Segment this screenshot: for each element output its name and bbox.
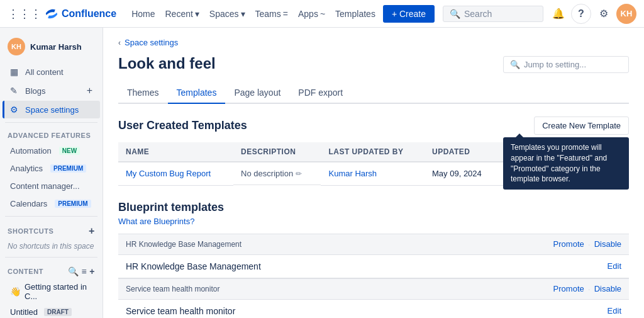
shortcuts-header: SHORTCUTS + bbox=[0, 220, 103, 239]
tab-pdf-export[interactable]: PDF export bbox=[289, 82, 352, 104]
add-blog-icon[interactable]: + bbox=[87, 85, 92, 96]
analytics-label: Analytics bbox=[10, 164, 43, 173]
search-icon: 🔍 bbox=[450, 9, 460, 19]
blueprint-header-name-1: Service team health monitor bbox=[126, 285, 219, 293]
create-button[interactable]: + Create bbox=[383, 5, 435, 23]
promote-link-1[interactable]: Promote bbox=[553, 284, 584, 293]
add-shortcut-button[interactable]: + bbox=[89, 225, 95, 237]
sidebar-item-calendars[interactable]: Calendars PREMIUM bbox=[3, 195, 100, 212]
grid-icon[interactable]: ⋮⋮⋮ bbox=[8, 7, 42, 21]
advanced-features-header: ADVANCED FEATURES bbox=[0, 127, 103, 142]
edit-blueprint-link-1[interactable]: Edit bbox=[608, 306, 621, 315]
top-nav: ⋮⋮⋮ Confluence Home Recent ▾ Spaces ▾ Te… bbox=[0, 0, 644, 28]
help-button[interactable]: ? bbox=[571, 4, 591, 24]
search-content-icon[interactable]: 🔍 bbox=[68, 266, 79, 276]
breadcrumb-arrow: ‹ bbox=[118, 38, 121, 47]
calendars-label: Calendars bbox=[10, 199, 47, 208]
nav-spaces[interactable]: Spaces ▾ bbox=[204, 0, 250, 28]
blueprint-header-1: Service team health monitor Promote · Di… bbox=[118, 278, 629, 300]
untitled-label: Untitled bbox=[10, 307, 38, 317]
confluence-logo-icon bbox=[45, 8, 58, 20]
draft-badge: DRAFT bbox=[44, 308, 72, 316]
blueprint-group-0: HR Knowledge Base Management Promote · D… bbox=[118, 234, 629, 278]
sidebar-item-all-content[interactable]: ▦ All content bbox=[3, 63, 100, 81]
blueprint-header-ops-1: Promote · Disable bbox=[553, 284, 621, 294]
blueprint-main-name-0: HR Knowledge Base Management bbox=[126, 261, 261, 271]
description-text: No description bbox=[241, 169, 293, 178]
user-avatar[interactable]: KH bbox=[616, 4, 636, 24]
promote-tooltip: Templates you promote will appear in the… bbox=[503, 137, 629, 190]
premium-badge-calendars: PREMIUM bbox=[55, 200, 91, 208]
jump-to-setting[interactable]: 🔍 Jump to setting... bbox=[503, 56, 629, 73]
tooltip-text: Templates you promote will appear in the… bbox=[511, 143, 607, 183]
title-row: 🔍 Jump to setting... Look and feel bbox=[118, 55, 629, 82]
add-content-icon[interactable]: + bbox=[89, 266, 95, 276]
no-shortcuts-text: No shortcuts in this space bbox=[0, 239, 103, 253]
all-content-icon: ▦ bbox=[10, 67, 20, 77]
col-name: Name bbox=[118, 142, 233, 162]
tree-item-getting-started[interactable]: 👋 Getting started in C... bbox=[0, 279, 103, 304]
blueprint-header-ops-0: Promote · Disable bbox=[553, 239, 621, 249]
nav-recent[interactable]: Recent ▾ bbox=[160, 0, 204, 28]
sidebar-space-settings-label: Space settings bbox=[25, 105, 79, 115]
blueprint-title: Blueprint templates bbox=[118, 201, 629, 214]
main-layout: KH Kumar Harsh ▦ All content ✎ Blogs + ⚙… bbox=[0, 28, 644, 318]
breadcrumb-label: Space settings bbox=[125, 38, 178, 47]
space-settings-icon: ⚙ bbox=[10, 105, 20, 115]
nav-teams[interactable]: Teams = bbox=[250, 0, 293, 28]
tab-page-layout[interactable]: Page layout bbox=[225, 82, 289, 104]
jump-search-placeholder: Jump to setting... bbox=[524, 60, 586, 69]
sidebar-avatar: KH bbox=[8, 38, 25, 55]
nav-icons: 🔔 ? ⚙ KH bbox=[548, 4, 636, 24]
disable-link-1[interactable]: Disable bbox=[594, 284, 621, 293]
sidebar-item-analytics[interactable]: Analytics PREMIUM bbox=[3, 160, 100, 177]
col-updated: Updated bbox=[425, 142, 499, 162]
template-name-link[interactable]: My Custom Bug Report bbox=[126, 169, 211, 178]
premium-badge-analytics: PREMIUM bbox=[50, 164, 86, 173]
sidebar-all-content-label: All content bbox=[25, 67, 64, 77]
blueprint-main-0: HR Knowledge Base Management Edit bbox=[118, 255, 629, 278]
nav-apps[interactable]: Apps ~ bbox=[293, 0, 330, 28]
tree-item-untitled[interactable]: Untitled DRAFT bbox=[0, 304, 103, 318]
blueprint-header-name-0: HR Knowledge Base Management bbox=[126, 240, 242, 249]
settings-button[interactable]: ⚙ bbox=[594, 4, 614, 24]
promote-link-0[interactable]: Promote bbox=[553, 239, 584, 249]
template-updated-by-cell: Kumar Harsh bbox=[321, 162, 425, 185]
search-box[interactable]: 🔍 Search bbox=[443, 6, 543, 22]
sidebar-user: KH Kumar Harsh bbox=[0, 33, 103, 60]
notifications-button[interactable]: 🔔 bbox=[548, 4, 569, 24]
getting-started-label: Getting started in C... bbox=[25, 282, 95, 301]
template-name-cell: My Custom Bug Report bbox=[118, 162, 233, 185]
sidebar-item-blogs[interactable]: ✎ Blogs + bbox=[3, 81, 100, 100]
user-templates-title: User Created Templates bbox=[118, 119, 247, 132]
tab-templates[interactable]: Templates bbox=[168, 82, 226, 104]
updated-by-link[interactable]: Kumar Harsh bbox=[328, 169, 377, 178]
edit-description-icon[interactable]: ✏ bbox=[296, 169, 302, 178]
sidebar: KH Kumar Harsh ▦ All content ✎ Blogs + ⚙… bbox=[0, 28, 103, 318]
edit-blueprint-link-0[interactable]: Edit bbox=[608, 261, 621, 271]
new-badge: NEW bbox=[59, 147, 80, 155]
blueprint-group-1: Service team health monitor Promote · Di… bbox=[118, 278, 629, 319]
tabs: Themes Templates Page layout PDF export bbox=[118, 82, 629, 104]
nav-home[interactable]: Home bbox=[126, 0, 160, 28]
logo[interactable]: Confluence bbox=[45, 8, 116, 20]
blueprint-main-1: Service team health monitor Edit bbox=[118, 300, 629, 319]
sidebar-item-space-settings[interactable]: ⚙ Space settings bbox=[3, 101, 100, 118]
col-last-updated-by: Last Updated By bbox=[321, 142, 425, 162]
sidebar-item-automation[interactable]: Automation NEW bbox=[3, 142, 100, 159]
create-template-button[interactable]: Create New Template bbox=[534, 116, 629, 135]
sidebar-item-content-manager[interactable]: Content manager... bbox=[3, 178, 100, 195]
blueprint-main-ops-0: Edit bbox=[608, 261, 621, 271]
nav-templates[interactable]: Templates bbox=[330, 0, 380, 28]
what-are-blueprints-link[interactable]: What are Blueprints? bbox=[118, 217, 629, 226]
disable-link-0[interactable]: Disable bbox=[594, 239, 621, 249]
content-area: ‹ Space settings 🔍 Jump to setting... Lo… bbox=[103, 28, 644, 318]
blogs-icon: ✎ bbox=[10, 86, 20, 96]
user-templates-section: User Created Templates Create New Templa… bbox=[118, 116, 629, 135]
filter-content-icon[interactable]: ≡ bbox=[82, 266, 87, 276]
content-header: CONTENT 🔍 ≡ + bbox=[0, 261, 103, 279]
blueprint-header-0: HR Knowledge Base Management Promote · D… bbox=[118, 234, 629, 255]
template-updated-date-cell: May 09, 2024 bbox=[425, 162, 499, 185]
tab-themes[interactable]: Themes bbox=[118, 82, 168, 104]
breadcrumb[interactable]: ‹ Space settings bbox=[118, 38, 629, 47]
